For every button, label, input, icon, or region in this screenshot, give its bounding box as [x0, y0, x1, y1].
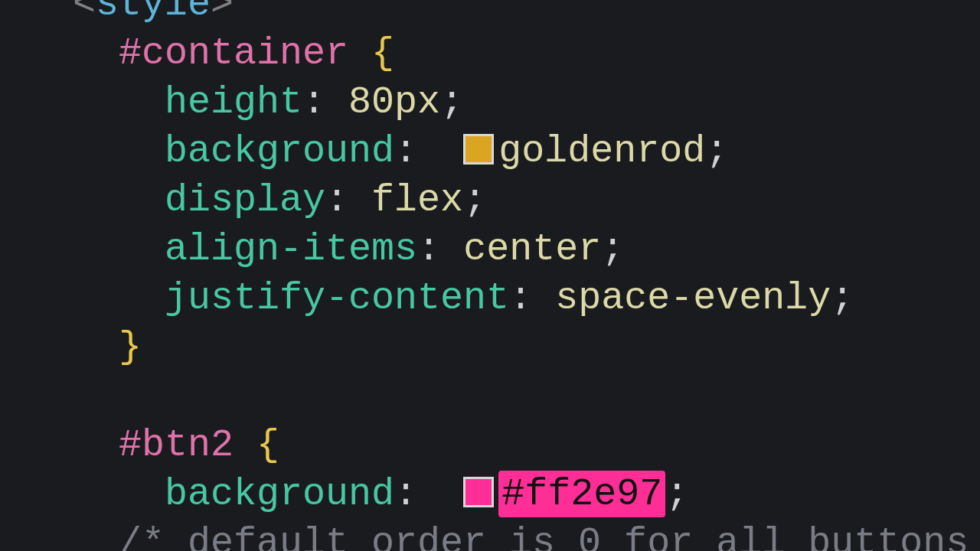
css-value: goldenrod [498, 129, 705, 173]
close-brace: } [119, 325, 142, 369]
css-value: 80px [348, 80, 440, 124]
code-editor[interactable]: <style> #container { height: 80px; backg… [0, 0, 980, 551]
css-value: center [463, 227, 601, 271]
angle-bracket-open: < [73, 0, 96, 26]
css-value: space-evenly [555, 276, 831, 320]
open-brace: { [256, 423, 279, 467]
css-selector-btn2: #btn2 [119, 423, 234, 467]
css-comment: /* default order is 0 for all buttons */ [119, 521, 980, 551]
css-property: display [165, 178, 325, 222]
css-value-selected[interactable]: #ff2e97 [498, 471, 665, 517]
css-selector-container: #container [119, 31, 348, 75]
color-swatch-goldenrod-icon[interactable] [463, 134, 494, 165]
css-property: background [165, 472, 394, 516]
css-property: background [165, 129, 394, 173]
open-brace: { [371, 31, 394, 75]
css-property: align-items [165, 227, 417, 271]
color-swatch-pink-icon[interactable] [463, 477, 494, 507]
html-tag-style: style [96, 0, 211, 26]
css-property: justify-content [165, 276, 509, 320]
css-value: flex [371, 178, 463, 222]
css-property: height [165, 80, 302, 124]
angle-bracket-close: > [211, 0, 234, 26]
